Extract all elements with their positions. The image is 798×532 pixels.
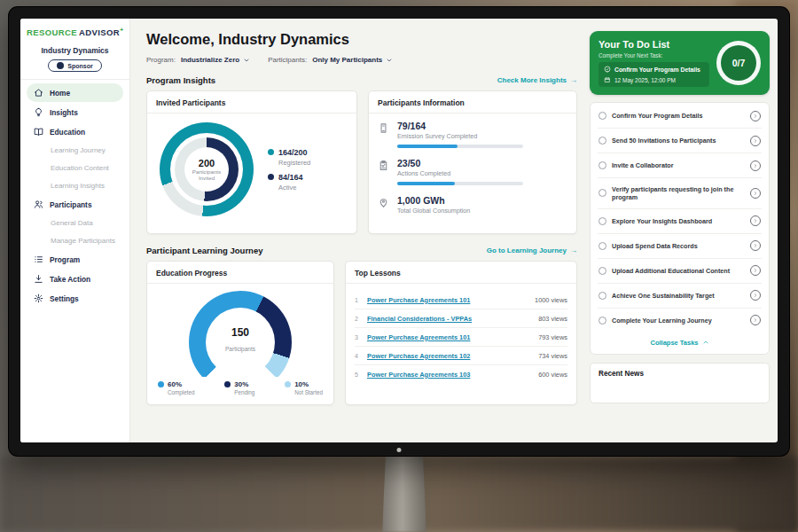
task-item[interactable]: Verify participants requesting to join t… <box>598 178 762 209</box>
collapse-tasks-link[interactable]: Collapse Tasks <box>598 332 762 353</box>
logo-plus: + <box>120 27 123 33</box>
next-task[interactable]: Confirm Your Program Details <box>604 66 704 73</box>
gear-icon <box>34 293 43 303</box>
sidebar-item-label: Education Content <box>51 164 109 172</box>
chevron-right-icon[interactable] <box>750 188 761 199</box>
registered-dot <box>268 149 274 155</box>
sidebar-item-education[interactable]: Education <box>27 122 123 141</box>
sidebar-item-home[interactable]: Home <box>27 83 123 102</box>
task-checkbox[interactable] <box>598 112 606 120</box>
app-logo: RESOURCEADVISOR+ <box>27 27 123 37</box>
sidebar-item-insights[interactable]: Insights <box>27 103 123 121</box>
task-checkbox[interactable] <box>598 161 606 169</box>
task-item[interactable]: Complete Your Learning Journey <box>598 309 762 332</box>
power-led <box>397 448 402 452</box>
recent-news-title: Recent News <box>598 370 761 378</box>
arrow-right-icon: → <box>570 76 577 84</box>
sidebar-item-label: Learning Journey <box>51 146 106 154</box>
survey-icon <box>378 121 389 133</box>
sidebar-divider <box>20 79 129 80</box>
chevron-right-icon[interactable] <box>750 315 761 325</box>
participants-select[interactable]: Only My Participants <box>312 56 393 64</box>
todo-summary-card: Your To Do List Complete Your Next Task:… <box>590 31 770 95</box>
logo-advisor: ADVISOR <box>79 27 120 37</box>
check-circle-icon <box>604 66 611 73</box>
gauge-legend: 60% Completed 30% Pending 10% Not Starte… <box>156 380 325 395</box>
logo-resource: RESOURCE <box>27 27 77 37</box>
map-pin-icon <box>378 196 389 207</box>
sidebar-item-manage-participants[interactable]: Manage Participants <box>27 232 123 249</box>
monitor-stand <box>382 454 426 532</box>
task-checkbox[interactable] <box>598 267 606 275</box>
task-checkbox[interactable] <box>598 317 606 325</box>
sidebar-item-learning-journey[interactable]: Learning Journey <box>27 142 123 159</box>
lesson-link[interactable]: Power Purchase Agreements 101 <box>367 333 532 341</box>
lesson-link[interactable]: Power Purchase Agreements 101 <box>367 296 528 304</box>
gauge-center-label: Participants <box>225 346 255 352</box>
page-title: Welcome, Industry Dynamics <box>146 31 577 48</box>
sidebar-item-program[interactable]: Program <box>27 250 123 269</box>
task-checkbox[interactable] <box>598 137 606 145</box>
participants-information-card: Participants Information 79/164 Emission… <box>368 90 577 234</box>
chevron-right-icon[interactable] <box>750 160 761 171</box>
task-checkbox[interactable] <box>598 217 606 225</box>
section-title-program-insights: Program Insights <box>146 75 215 85</box>
chevron-down-icon <box>243 57 250 64</box>
sidebar-item-label: Take Action <box>50 275 90 284</box>
top-lessons-card: Top Lessons 1 Power Purchase Agreements … <box>345 261 577 405</box>
lesson-row: 1 Power Purchase Agreements 101 1000 vie… <box>355 291 567 309</box>
lesson-link[interactable]: Power Purchase Agreements 102 <box>367 352 532 360</box>
invited-participants-card: Invited Participants 200 Participants In… <box>146 90 357 234</box>
todo-progress-ring: 0/7 <box>716 41 761 85</box>
emission-progress-bar <box>397 145 523 148</box>
chevron-right-icon[interactable] <box>750 136 761 146</box>
lesson-row: 2 Financial Considerations - VPPAs 803 v… <box>355 309 567 328</box>
task-item[interactable]: Explore Your Insights Dashboard <box>598 209 762 234</box>
sidebar-item-participants[interactable]: Participants <box>27 195 123 214</box>
sidebar-item-label: Settings <box>50 294 79 303</box>
lesson-link[interactable]: Financial Considerations - VPPAs <box>367 315 532 323</box>
program-select[interactable]: Industrialize Zero <box>181 56 250 64</box>
pending-dot <box>224 381 231 387</box>
lesson-row: 3 Power Purchase Agreements 101 793 view… <box>355 328 567 347</box>
chevron-right-icon[interactable] <box>750 111 761 121</box>
chevron-right-icon[interactable] <box>750 240 761 251</box>
sidebar-item-take-action[interactable]: Take Action <box>27 270 123 288</box>
chevron-right-icon[interactable] <box>750 265 761 276</box>
sidebar-item-learning-insights[interactable]: Learning Insights <box>27 177 123 194</box>
donut-center-label: Participants Invited <box>189 168 224 182</box>
people-icon <box>34 200 43 209</box>
education-progress-card: Education Progress 150 Participants 60% <box>146 261 334 405</box>
home-icon <box>34 88 43 98</box>
sidebar-nav: Home Insights Education Learning Journey… <box>27 83 123 308</box>
lesson-link[interactable]: Power Purchase Agreements 103 <box>367 371 532 379</box>
go-to-learning-journey-link[interactable]: Go to Learning Journey → <box>487 246 577 254</box>
task-item[interactable]: Upload Spend Data Records <box>598 234 762 259</box>
sidebar-item-label: Participants <box>50 200 92 209</box>
participants-filter-label: Participants: <box>268 56 307 64</box>
chevron-down-icon <box>386 57 393 64</box>
sidebar-item-label: Education <box>50 128 85 137</box>
donut-center-value: 200 <box>199 158 215 168</box>
sidebar-item-settings[interactable]: Settings <box>27 289 123 308</box>
task-item[interactable]: Achieve One Sustainability Target <box>598 284 762 309</box>
task-checkbox[interactable] <box>598 242 606 250</box>
sidebar-item-general-data[interactable]: General Data <box>27 215 123 231</box>
gauge-center-value: 150 <box>189 326 292 339</box>
stat-global-consumption: 1,000 GWh Total Global Consumption <box>378 195 567 215</box>
donut-legend: 164/200 Registered 84/164 Active <box>268 142 310 198</box>
section-title-learning-journey: Participant Learning Journey <box>146 246 262 255</box>
chevron-right-icon[interactable] <box>750 290 761 301</box>
card-title: Invited Participants <box>156 98 348 107</box>
sponsor-label: Sponsor <box>67 63 92 69</box>
task-checkbox[interactable] <box>598 292 606 300</box>
sidebar-item-education-content[interactable]: Education Content <box>27 160 123 176</box>
task-checkbox[interactable] <box>598 189 606 197</box>
task-item[interactable]: Upload Additional Educational Content <box>598 259 762 284</box>
task-item[interactable]: Invite a Collaborator <box>598 153 762 178</box>
chevron-right-icon[interactable] <box>750 215 761 226</box>
task-item[interactable]: Send 50 Invitations to Participants <box>598 129 762 153</box>
task-item[interactable]: Confirm Your Program Details <box>598 104 762 129</box>
check-more-insights-link[interactable]: Check More Insights → <box>497 76 577 84</box>
education-gauge-chart: 150 Participants <box>189 291 292 377</box>
